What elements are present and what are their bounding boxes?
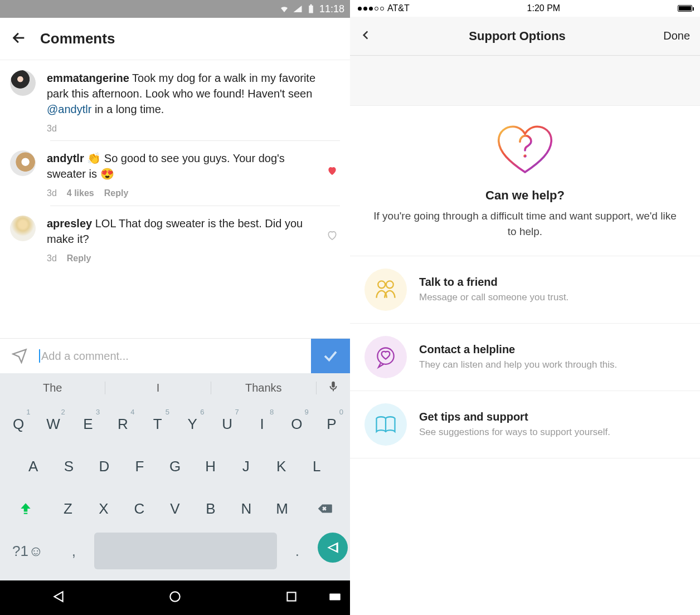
hero-title: Can we help? bbox=[372, 188, 678, 203]
key-z[interactable]: Z bbox=[51, 490, 85, 527]
back-button[interactable] bbox=[360, 27, 371, 46]
enter-key[interactable] bbox=[318, 533, 348, 563]
nav-keyboard-icon[interactable] bbox=[328, 589, 342, 606]
key-j[interactable]: J bbox=[229, 448, 262, 485]
keyboard-row-3: Z X C V B N M bbox=[2, 490, 348, 527]
ios-status-bar: AT&T 1:20 PM bbox=[350, 0, 700, 17]
backspace-key[interactable] bbox=[301, 490, 348, 527]
option-subtitle: They can listen and help you work throug… bbox=[419, 358, 617, 372]
key-s[interactable]: S bbox=[52, 448, 86, 485]
keyboard: The I Thanks Q1 W2 E3 R4 T5 Y6 U7 I8 O9 … bbox=[0, 373, 350, 580]
svg-rect-1 bbox=[310, 4, 312, 6]
key-g[interactable]: G bbox=[158, 448, 192, 485]
key-m[interactable]: M bbox=[265, 490, 299, 527]
option-helpline[interactable]: Contact a helpline They can listen and h… bbox=[350, 323, 700, 391]
key-f[interactable]: F bbox=[123, 448, 157, 485]
suggestion-bar: The I Thanks bbox=[0, 373, 350, 402]
shift-key[interactable] bbox=[2, 490, 49, 527]
heart-question-icon bbox=[494, 123, 556, 178]
key-h[interactable]: H bbox=[194, 448, 227, 485]
like-button[interactable] bbox=[327, 230, 338, 243]
key-l[interactable]: L bbox=[300, 448, 333, 485]
option-title: Talk to a friend bbox=[419, 276, 568, 289]
key-r[interactable]: R4 bbox=[106, 406, 139, 442]
key-q[interactable]: Q1 bbox=[2, 406, 35, 442]
friends-icon bbox=[364, 269, 407, 311]
comment-item: emmatangerine Took my dog for a walk in … bbox=[0, 60, 350, 140]
signal-dots-icon bbox=[358, 7, 384, 11]
comment-meta: 3d Reply bbox=[47, 252, 320, 265]
suggestion[interactable]: Thanks bbox=[211, 382, 317, 394]
key-n[interactable]: N bbox=[230, 490, 263, 527]
support-options-list: Talk to a friend Message or call someone… bbox=[350, 256, 700, 458]
key-v[interactable]: V bbox=[158, 490, 192, 527]
wifi-icon bbox=[279, 4, 289, 14]
reply-button[interactable]: Reply bbox=[67, 252, 91, 265]
key-k[interactable]: K bbox=[265, 448, 298, 485]
comment-text: andytlr 👏 So good to see you guys. Your … bbox=[47, 150, 340, 199]
key-i[interactable]: I8 bbox=[246, 406, 278, 442]
microphone-icon[interactable] bbox=[317, 380, 350, 396]
submit-button[interactable] bbox=[311, 339, 350, 373]
android-nav-bar bbox=[0, 580, 350, 615]
option-talk-friend[interactable]: Talk to a friend Message or call someone… bbox=[350, 256, 700, 323]
option-tips[interactable]: Get tips and support See suggestions for… bbox=[350, 391, 700, 458]
key-t[interactable]: T5 bbox=[142, 406, 174, 442]
key-d[interactable]: D bbox=[88, 448, 121, 485]
username[interactable]: emmatangerine bbox=[47, 72, 129, 84]
avatar[interactable] bbox=[10, 216, 36, 241]
key-b[interactable]: B bbox=[194, 490, 227, 527]
key-p[interactable]: P0 bbox=[315, 406, 348, 442]
clock-text: 11:18 bbox=[319, 3, 344, 15]
support-hero: Can we help? If you're going through a d… bbox=[350, 106, 700, 256]
done-button[interactable]: Done bbox=[663, 30, 690, 42]
nav-home-icon[interactable] bbox=[168, 589, 182, 606]
back-button[interactable] bbox=[11, 30, 27, 48]
mention-link[interactable]: @andytlr bbox=[47, 103, 91, 115]
signal-icon bbox=[293, 4, 303, 14]
key-a[interactable]: A bbox=[17, 448, 50, 485]
key-c[interactable]: C bbox=[123, 490, 156, 527]
avatar[interactable] bbox=[10, 70, 36, 96]
comment-item: andytlr 👏 So good to see you guys. Your … bbox=[0, 140, 350, 205]
compose-bar bbox=[0, 338, 350, 373]
username[interactable]: apresley bbox=[47, 217, 92, 230]
svg-point-11 bbox=[377, 348, 393, 364]
support-body: Can we help? If you're going through a d… bbox=[350, 56, 700, 615]
key-y[interactable]: Y6 bbox=[176, 406, 208, 442]
key-o[interactable]: O9 bbox=[280, 406, 313, 442]
svg-point-8 bbox=[523, 154, 526, 157]
support-header: Support Options Done bbox=[350, 17, 700, 56]
suggestion[interactable]: I bbox=[105, 382, 211, 394]
direct-share-icon[interactable] bbox=[0, 348, 39, 364]
period-key[interactable]: . bbox=[279, 533, 315, 569]
svg-point-10 bbox=[386, 281, 393, 289]
avatar[interactable] bbox=[10, 150, 36, 176]
text-cursor bbox=[39, 349, 40, 363]
comment-input[interactable] bbox=[41, 340, 311, 373]
nav-recents-icon[interactable] bbox=[284, 589, 299, 606]
suggestion[interactable]: The bbox=[0, 382, 105, 394]
svg-rect-7 bbox=[329, 594, 341, 601]
key-x[interactable]: X bbox=[87, 490, 120, 527]
like-button[interactable] bbox=[327, 165, 338, 178]
nav-back-icon[interactable] bbox=[51, 589, 66, 606]
option-subtitle: See suggestions for ways to support your… bbox=[419, 426, 610, 439]
carrier-label: AT&T bbox=[387, 3, 410, 13]
comment-meta: 3d 4 likes Reply bbox=[47, 187, 320, 199]
symbol-key[interactable]: ?1☺ bbox=[2, 533, 54, 569]
android-phone: 11:18 Comments emmatangerine Took my dog… bbox=[0, 0, 350, 615]
svg-marker-4 bbox=[54, 592, 62, 601]
timestamp: 3d bbox=[47, 187, 57, 199]
key-e[interactable]: E3 bbox=[72, 406, 104, 442]
reply-button[interactable]: Reply bbox=[104, 187, 129, 199]
space-key[interactable] bbox=[94, 533, 276, 569]
username[interactable]: andytlr bbox=[47, 152, 84, 164]
comment-text: emmatangerine Took my dog for a walk in … bbox=[47, 70, 340, 135]
battery-icon bbox=[306, 4, 316, 14]
key-u[interactable]: U7 bbox=[211, 406, 243, 442]
key-w[interactable]: W2 bbox=[37, 406, 69, 442]
likes-count[interactable]: 4 likes bbox=[67, 187, 94, 199]
comma-key[interactable]: , bbox=[56, 533, 92, 569]
svg-rect-6 bbox=[288, 592, 296, 601]
